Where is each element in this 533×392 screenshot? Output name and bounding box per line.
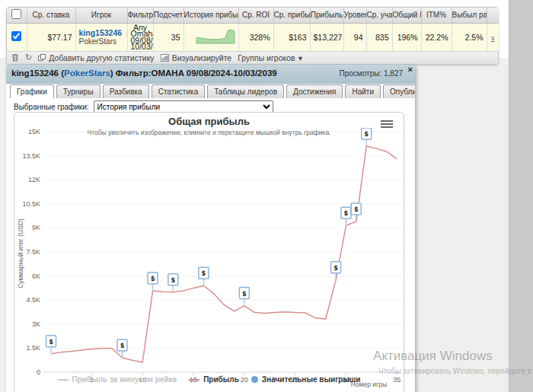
chart-icon	[161, 54, 169, 62]
tab-breakdown[interactable]: Разбивка	[103, 84, 149, 98]
col-avg-profit[interactable]: Ср. прибыль	[273, 8, 310, 23]
svg-text:$: $	[354, 206, 358, 213]
table-header-row: Ср. ставка Игрок Фильтр Подсчет История …	[7, 8, 499, 23]
views-count: Просмотры: 1,827	[340, 69, 403, 78]
profit-history-cell[interactable]	[184, 23, 238, 51]
col-avg-stake[interactable]: Ср. ставка	[27, 8, 75, 23]
svg-text:4.5K: 4.5K	[26, 296, 40, 304]
tab-publish[interactable]: Опубликовать	[383, 84, 415, 98]
remove-row-link[interactable]: x	[491, 34, 495, 42]
graph-selector-label: Выбранные графики:	[14, 103, 89, 111]
chart-plot-area: 01.5K3K4.5K6K7.5K9K10.5K12K13.5K15K51015…	[14, 128, 404, 387]
player-cell[interactable]: king153246☆ PokerStars	[75, 23, 127, 51]
avg-entrants-value: 835	[366, 23, 392, 51]
svg-text:$: $	[344, 209, 348, 217]
select-all-cell	[7, 8, 27, 23]
svg-text:$: $	[120, 342, 124, 349]
tab-statistics[interactable]: Статистика	[152, 84, 206, 98]
col-remove	[487, 8, 499, 23]
svg-text:6K: 6K	[32, 272, 40, 280]
col-total-roi[interactable]: Общий ROI	[392, 8, 421, 23]
tab-leaderboards[interactable]: Таблицы лидеров	[207, 84, 284, 98]
graph-selector[interactable]: История прибыли	[94, 100, 273, 113]
site-label: PokerStars	[79, 37, 124, 46]
legend-item-big-wins[interactable]: Значительные выигрыши	[251, 375, 361, 384]
col-player[interactable]: Игрок	[75, 8, 127, 23]
svg-text:7.5K: 7.5K	[26, 248, 40, 256]
profit-value: $13,227	[310, 23, 343, 51]
tab-tournaments[interactable]: Турниры	[56, 84, 101, 98]
svg-text:$: $	[242, 290, 246, 298]
add-statistic-button[interactable]: Добавить другую статистику	[38, 53, 154, 62]
svg-text:3K: 3K	[32, 320, 40, 328]
svg-text:10.5K: 10.5K	[22, 200, 40, 208]
count-value: 35	[153, 23, 184, 51]
chart-title: Общая прибыль	[14, 116, 404, 127]
line-marker-icon	[189, 379, 199, 381]
close-icon[interactable]: ×	[408, 65, 413, 74]
right-gray-strip	[509, 0, 533, 392]
svg-text:$: $	[202, 269, 206, 277]
chevron-down-icon: ▾	[298, 53, 302, 62]
svg-text:1.5K: 1.5K	[26, 344, 40, 352]
col-profit[interactable]: Прибыль	[310, 8, 343, 23]
legend-item-profit[interactable]: Прибыль	[189, 375, 239, 384]
pokerstars-link[interactable]: PokerStars	[64, 69, 110, 78]
chart-legend: Прибыль за минусом рейка Прибыль Значите…	[14, 375, 404, 384]
svg-text:$: $	[49, 338, 53, 346]
col-avg-entrants[interactable]: Ср. участни»	[366, 8, 392, 23]
svg-text:$: $	[171, 276, 175, 284]
player-detail-panel: king153246 (PokerStars) Фильтр:OMAHA 09/…	[6, 65, 415, 392]
col-ability[interactable]: Уровень	[343, 8, 366, 23]
results-table: Ср. ставка Игрок Фильтр Подсчет История …	[6, 7, 499, 65]
avg-profit-value: $163	[273, 23, 310, 51]
player-groups-dropdown[interactable]: Группы игроков ▾	[238, 53, 302, 62]
table-row: $77.17 king153246☆ PokerStars Any Omaha …	[7, 23, 499, 51]
col-filter[interactable]: Фильтр	[127, 8, 153, 23]
svg-text:13.5K: 13.5K	[22, 152, 40, 160]
col-avg-roi[interactable]: Ср. ROI	[238, 8, 273, 23]
svg-text:$: $	[365, 130, 369, 138]
refresh-icon[interactable]: ↻	[25, 53, 32, 62]
tab-achievements[interactable]: Достижения	[286, 84, 343, 98]
svg-text:12K: 12K	[28, 176, 40, 183]
tab-bar: Графики Турниры Разбивка Статистика Табл…	[10, 84, 415, 98]
itm-value: 22.2%	[421, 23, 452, 51]
dot-marker-icon	[251, 376, 258, 383]
star-icon[interactable]: ☆	[124, 29, 127, 37]
avg-roi-value: 328%	[238, 23, 273, 51]
copy-icon	[38, 54, 46, 62]
avg-stake-value: $77.17	[27, 23, 75, 51]
filter-cell[interactable]: Any Omaha 09/08/202 10/03/203	[127, 23, 153, 51]
legend-item-rake-adjusted[interactable]: Прибыль за минусом рейка	[58, 375, 177, 384]
tab-find[interactable]: Найти	[345, 84, 381, 98]
select-all-checkbox[interactable]	[11, 9, 21, 19]
tab-graphs[interactable]: Графики	[10, 84, 54, 98]
table-toolbar: ↻ Добавить другую статистику Визуализиру…	[7, 51, 498, 64]
visualize-button[interactable]: Визуализируйте	[161, 53, 232, 62]
svg-text:$: $	[151, 275, 155, 282]
svg-text:$: $	[334, 264, 338, 272]
panel-title: king153246 (PokerStars) Фильтр:OMAHA 09/…	[11, 69, 277, 78]
col-early-finish[interactable]: Выбыл ран»	[452, 8, 487, 23]
col-profit-history[interactable]: История прибыли	[184, 8, 238, 23]
early-finish-value: 2.5%	[452, 23, 487, 51]
row-checkbox[interactable]	[11, 31, 21, 41]
ability-value: 94	[343, 23, 366, 51]
panel-header: king153246 (PokerStars) Фильтр:OMAHA 09/…	[6, 65, 415, 84]
col-itm[interactable]: ITM%	[421, 8, 452, 23]
profit-sparkline	[187, 27, 236, 46]
svg-text:9K: 9K	[32, 224, 40, 231]
total-roi-value: 196%	[392, 23, 421, 51]
trash-icon[interactable]	[11, 53, 19, 62]
line-marker-icon	[58, 379, 69, 381]
col-count[interactable]: Подсчет	[153, 8, 184, 23]
player-link[interactable]: king153246	[79, 28, 123, 37]
svg-text:15K: 15K	[28, 128, 40, 135]
profit-chart[interactable]: Общая прибыль Чтобы увеличить изображени…	[14, 112, 404, 392]
